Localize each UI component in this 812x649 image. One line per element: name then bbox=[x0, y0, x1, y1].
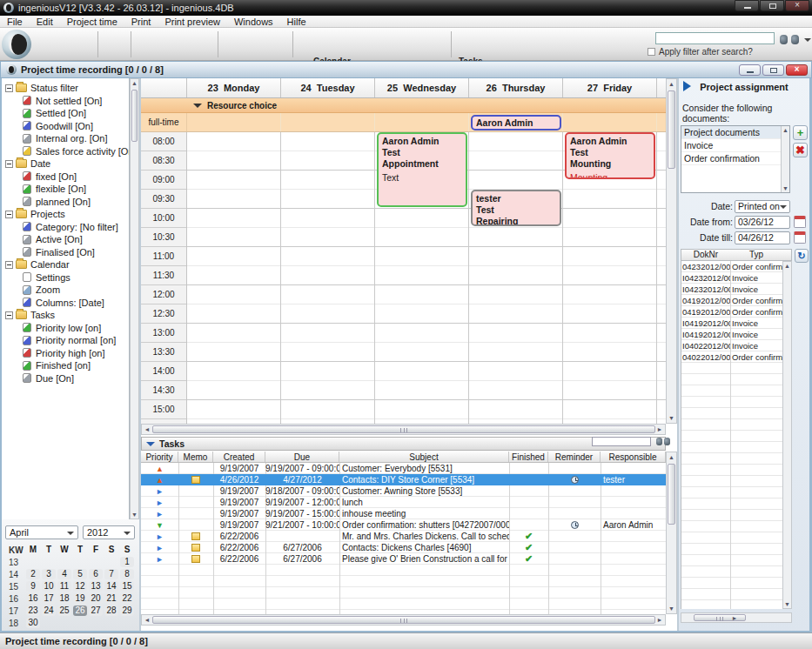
scroll-down-icon[interactable]: ▼ bbox=[667, 606, 676, 612]
global-search-input[interactable] bbox=[655, 32, 775, 44]
minimize-button[interactable] bbox=[735, 0, 759, 11]
tasks-search-input[interactable] bbox=[592, 437, 651, 446]
tree-item-planned[interactable]: planned [On] bbox=[2, 196, 129, 209]
column-header-finished[interactable]: Finished bbox=[509, 452, 548, 462]
collapse-triangle-icon[interactable] bbox=[193, 104, 202, 112]
tree-section-tasks[interactable]: Tasks bbox=[2, 309, 129, 322]
document-row[interactable]: 04022012/0006Order confirmation bbox=[681, 351, 782, 363]
day-cell[interactable]: 18 bbox=[57, 593, 71, 604]
tasks-binoculars-icon[interactable] bbox=[656, 438, 670, 445]
day-cell[interactable] bbox=[120, 618, 134, 628]
day-cell[interactable]: 23 bbox=[26, 606, 40, 616]
tree-section-projects[interactable]: Projects bbox=[2, 208, 129, 221]
document-type-item[interactable]: Order confirmation bbox=[681, 152, 789, 165]
day-cell[interactable]: 27 bbox=[89, 606, 103, 616]
day-cell[interactable]: 20 bbox=[89, 593, 103, 604]
scroll-up-icon[interactable]: ▲ bbox=[783, 263, 791, 269]
tree-section-calendar[interactable]: Calendar bbox=[2, 258, 129, 271]
document-row[interactable]: 04192012/0006Order confirmation bbox=[681, 306, 782, 318]
menu-file[interactable]: File bbox=[0, 17, 30, 27]
tree-item-priority-low[interactable]: Priority low [on] bbox=[2, 322, 129, 335]
tree-scrollbar[interactable]: ▲ ▼ bbox=[130, 78, 139, 519]
scrollbar-thumb[interactable] bbox=[131, 90, 138, 142]
day-cell[interactable]: 29 bbox=[120, 606, 134, 616]
day-cell[interactable]: 1 bbox=[120, 557, 134, 567]
title-bar[interactable]: ingeniousV12 [V3.3.42 - 26.03.12] - inge… bbox=[0, 0, 812, 16]
day-cell[interactable]: 21 bbox=[104, 593, 118, 604]
scroll-up-icon[interactable]: ▲ bbox=[782, 127, 789, 133]
document-row[interactable]: I04232012/0004Invoice bbox=[681, 284, 782, 295]
column-header-reminder[interactable]: Reminder bbox=[548, 452, 601, 462]
day-cell[interactable]: 24 bbox=[42, 606, 56, 616]
collapse-triangle-icon[interactable] bbox=[146, 442, 155, 451]
scrollbar-thumb[interactable] bbox=[668, 464, 675, 525]
scroll-up-icon[interactable]: ▲ bbox=[667, 81, 676, 87]
tree-section-date[interactable]: Date bbox=[2, 157, 129, 171]
day-cell[interactable] bbox=[42, 618, 56, 628]
sidebar-splitter[interactable] bbox=[139, 78, 141, 631]
day-cell[interactable]: 19 bbox=[73, 593, 87, 604]
scroll-down-icon[interactable]: ▼ bbox=[783, 601, 791, 607]
inner-window-title-bar[interactable]: Project time recording [0 / 0 / 8] × bbox=[0, 61, 812, 78]
scroll-down-icon[interactable]: ▼ bbox=[667, 415, 676, 421]
day-cell[interactable] bbox=[73, 618, 87, 628]
collapse-icon[interactable] bbox=[5, 311, 13, 319]
scroll-left-icon[interactable]: ◄ bbox=[144, 426, 151, 432]
add-document-type-button[interactable]: + bbox=[793, 125, 808, 140]
event-thursday-repairing[interactable]: tester Test Repairing bbox=[471, 190, 561, 226]
document-row[interactable]: 04232012/0007Order confirmation bbox=[681, 261, 782, 272]
task-row[interactable]: 9/19/2007 9/21/2007 - 10:00:00 Order con… bbox=[141, 519, 666, 531]
calendar-horizontal-scrollbar[interactable]: ◄ ► bbox=[141, 424, 666, 435]
tree-item-settings[interactable]: Settings bbox=[2, 271, 129, 284]
date-from-calendar-icon[interactable] bbox=[794, 216, 806, 228]
tree-item-sales-force[interactable]: Sales force activity [On] bbox=[2, 145, 129, 158]
scroll-right-icon[interactable]: ► bbox=[680, 615, 789, 621]
scroll-right-icon[interactable]: ► bbox=[656, 617, 663, 623]
document-row[interactable]: 04192012/0007Order confirmation bbox=[681, 295, 782, 306]
day-cell[interactable]: 13 bbox=[89, 581, 103, 592]
tree-item-not-settled[interactable]: Not settled [On] bbox=[2, 95, 129, 108]
panel-splitter[interactable] bbox=[677, 78, 679, 631]
column-header-subject[interactable]: Subject bbox=[339, 452, 509, 462]
scroll-left-icon[interactable]: ◄ bbox=[144, 617, 151, 623]
scroll-up-icon[interactable]: ▲ bbox=[131, 80, 138, 86]
column-header-doknr[interactable]: DokNr bbox=[681, 250, 730, 260]
maximize-button[interactable] bbox=[760, 0, 784, 11]
menu-hilfe[interactable]: Hilfe bbox=[280, 17, 313, 27]
scroll-up-icon[interactable]: ▲ bbox=[667, 454, 676, 460]
tree-item-settled[interactable]: Settled [On] bbox=[2, 107, 129, 120]
document-row[interactable]: I04022012/0004Invoice bbox=[681, 340, 782, 351]
day-header-tuesday[interactable]: 24 Tuesday bbox=[281, 78, 375, 97]
column-header-due[interactable]: Due bbox=[265, 452, 339, 462]
day-cell[interactable]: 8 bbox=[120, 569, 134, 579]
full-time-cell[interactable] bbox=[187, 113, 281, 131]
day-cell[interactable]: 2 bbox=[26, 569, 40, 579]
day-column-monday[interactable] bbox=[187, 132, 281, 424]
document-type-item[interactable]: Invoice bbox=[681, 139, 789, 152]
tasks-header-bar[interactable]: Tasks bbox=[141, 437, 666, 451]
day-cell[interactable] bbox=[73, 557, 87, 567]
tree-item-goodwill[interactable]: Goodwill [On] bbox=[2, 120, 129, 133]
calendar-vertical-scrollbar[interactable]: ▲ ▼ bbox=[666, 78, 677, 424]
full-time-cell[interactable] bbox=[281, 113, 375, 131]
document-row[interactable]: I04232012/0004Invoice bbox=[681, 272, 782, 284]
menu-print-preview[interactable]: Print preview bbox=[158, 17, 227, 27]
tree-item-priority-high[interactable]: Priority high [on] bbox=[2, 347, 129, 360]
tree-item-fixed[interactable]: fixed [On] bbox=[2, 171, 129, 184]
event-fulltime-thursday[interactable]: Aaron Admin bbox=[471, 115, 561, 130]
tree-item-category[interactable]: Category: [No filter] bbox=[2, 221, 129, 234]
tree-section-status-filter[interactable]: Status filter bbox=[2, 82, 129, 95]
day-cell[interactable]: 11 bbox=[57, 581, 71, 592]
day-header-thursday[interactable]: 26 Thursday bbox=[469, 78, 563, 97]
menu-project-time[interactable]: Project time bbox=[60, 17, 124, 27]
day-cell[interactable] bbox=[42, 557, 56, 567]
day-cell[interactable]: 30 bbox=[26, 618, 40, 628]
day-cell[interactable]: 28 bbox=[104, 606, 118, 616]
day-cell[interactable]: 17 bbox=[42, 593, 56, 604]
menu-windows[interactable]: Windows bbox=[227, 17, 280, 27]
day-column-tuesday[interactable] bbox=[281, 132, 375, 424]
remove-document-type-button[interactable]: ✖ bbox=[793, 143, 808, 157]
date-from-input[interactable]: 03/26/12 bbox=[735, 216, 790, 229]
day-cell[interactable] bbox=[104, 618, 118, 628]
apply-filter-checkbox[interactable] bbox=[648, 48, 655, 56]
